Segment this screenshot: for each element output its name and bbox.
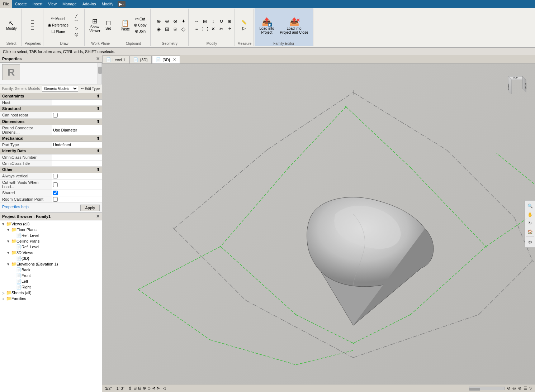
nav-zoom-btn[interactable]: 🔍	[526, 202, 534, 210]
measure-btn-2[interactable]: ▷	[239, 25, 250, 31]
model-btn[interactable]: ✏ Model	[46, 16, 70, 21]
prop-btn-2[interactable]: ☐	[27, 25, 38, 31]
status-icon-1[interactable]: 🖨	[128, 386, 132, 391]
round-connector-row: Round Connector Dimensi... Use Diameter	[0, 125, 102, 135]
left-panel: Properties ✕ R Family: Generic Models Ge	[0, 55, 102, 392]
scroll-bar[interactable]	[469, 387, 505, 390]
project-browser-close-btn[interactable]: ✕	[96, 214, 100, 219]
geo-btn-4[interactable]: ✦	[178, 18, 189, 25]
canvas-area[interactable]: ↗	[102, 64, 535, 384]
prop-btn-1[interactable]: ☐	[27, 19, 38, 25]
part-type-row: Part Type Undefined	[0, 142, 102, 148]
status-icon-6[interactable]: ⊲	[152, 386, 155, 391]
modify-btn[interactable]: ↖ Modify	[4, 18, 19, 32]
clipboard-group-label: Clipboard	[126, 42, 141, 46]
ribbon: ↖ Modify Select ☐ ☐ Properties ✏ Model	[0, 8, 535, 47]
tree-item[interactable]: ▼📁Elevations (Elevation 1)	[1, 261, 101, 267]
tree-item[interactable]: 📄Front	[1, 273, 101, 278]
menu-insert[interactable]: Insert	[30, 0, 46, 8]
shared-value[interactable]	[52, 190, 102, 196]
shared-checkbox[interactable]	[53, 191, 58, 195]
draw-btn-1[interactable]: ∕	[71, 13, 82, 19]
view-tab-2[interactable]: 📄{3D}✕	[152, 56, 180, 63]
tree-item[interactable]: ▼📁Views (all)	[1, 221, 101, 227]
tree-item[interactable]: 📄Right	[1, 284, 101, 290]
status-right-icon-2[interactable]: ◎	[512, 386, 516, 391]
tree-item[interactable]: 📄Left	[1, 278, 101, 284]
always-vertical-value[interactable]	[52, 173, 102, 179]
tab-close-btn[interactable]: ✕	[173, 57, 176, 62]
always-vertical-checkbox[interactable]	[53, 174, 58, 178]
menu-file[interactable]: File	[0, 0, 12, 8]
prop-scroll[interactable]	[98, 63, 102, 84]
status-right-icon-5[interactable]: ▽	[529, 386, 532, 391]
status-right-icon-3[interactable]: ⊕	[518, 386, 521, 391]
nav-orbit-btn[interactable]: ↻	[526, 219, 534, 227]
join-btn[interactable]: ⊕ Join	[132, 28, 148, 34]
host-value[interactable]	[52, 100, 102, 105]
viewcube[interactable]: TOP FRONT RIGHT	[503, 71, 530, 98]
status-right-icon-1[interactable]: ⊙	[507, 386, 510, 391]
family-dropdown[interactable]: Generic Models	[42, 86, 78, 92]
cut-with-voids-value[interactable]	[52, 180, 102, 190]
view-tab-0[interactable]: 📄Level 1	[102, 56, 129, 63]
load-into-project-btn[interactable]: 📤▶ Load into Project	[257, 15, 276, 36]
cut-btn[interactable]: ✂ Cut	[132, 16, 148, 22]
cut-with-voids-label: Cut with Voids When Load...	[0, 180, 52, 190]
tree-item[interactable]: ▼📁3D Views	[1, 250, 101, 255]
menu-create[interactable]: Create	[12, 0, 30, 8]
paste-btn[interactable]: 📋 Paste	[119, 18, 132, 32]
menu-addins[interactable]: Add-Ins	[80, 0, 99, 8]
nav-pan-btn[interactable]: ✋	[526, 211, 534, 219]
room-calc-point-checkbox[interactable]	[53, 197, 58, 202]
omniclass-title-value[interactable]	[52, 161, 102, 166]
can-host-rebar-value[interactable]	[52, 112, 102, 118]
status-icon-4[interactable]: ⊕	[143, 386, 146, 391]
draw-btn-4[interactable]: ◎	[71, 32, 82, 37]
reference-btn[interactable]: ◉ Reference	[46, 22, 70, 28]
measure-btn-1[interactable]: 📏	[239, 19, 250, 25]
tree-item[interactable]: ▷📁Sheets (all)	[1, 290, 101, 296]
mod-btn-5[interactable]: ⊕	[224, 18, 235, 25]
nav-settings-btn[interactable]: ⚙	[526, 238, 534, 246]
show-viewer-btn[interactable]: ⊞ Show Viewer	[87, 16, 102, 34]
set-btn[interactable]: ☐ Set	[103, 19, 114, 32]
cut-with-voids-checkbox[interactable]	[53, 182, 58, 187]
modify-group-label: Modify	[207, 42, 217, 46]
tree-item[interactable]: 📄{3D}	[1, 255, 101, 261]
nav-home-btn[interactable]: 🏠	[526, 228, 534, 236]
copy-btn[interactable]: ⊕ Copy	[132, 22, 148, 28]
room-calc-point-value[interactable]	[52, 196, 102, 202]
draw-btn-3[interactable]: ▷	[71, 25, 82, 31]
quick-access-toolbar[interactable]: ▶ ·	[118, 1, 126, 7]
load-into-project-close-btn[interactable]: 📤✕ Load into Project and Close	[278, 15, 311, 36]
draw-btn-2[interactable]: ⌒	[71, 19, 82, 25]
mechanical-section-header: Mechanical ⬆	[0, 135, 102, 142]
scroll-arrow[interactable]: ◁	[163, 386, 166, 391]
can-host-rebar-checkbox[interactable]	[53, 113, 58, 118]
tree-item[interactable]: ▷📁Families	[1, 296, 101, 301]
omniclass-number-value[interactable]	[52, 154, 102, 160]
plane-btn[interactable]: ☐ Plane	[46, 29, 70, 34]
menu-modify[interactable]: Modify	[99, 0, 116, 8]
dimensions-section-header: Dimensions ⬆	[0, 119, 102, 125]
properties-close-btn[interactable]: ✕	[96, 56, 100, 61]
tree-item[interactable]: 📄Ref. Level	[1, 244, 101, 250]
status-icon-7[interactable]: ⊳	[157, 386, 160, 391]
menu-manage[interactable]: Manage	[60, 0, 80, 8]
apply-button[interactable]: Apply	[80, 205, 100, 211]
menu-view[interactable]: View	[45, 0, 60, 8]
status-icon-3[interactable]: ⊟	[138, 386, 141, 391]
tree-item[interactable]: 📄Ref. Level	[1, 233, 101, 238]
tree-item[interactable]: ▼📁Floor Plans	[1, 227, 101, 233]
view-tab-1[interactable]: 📄{3D}	[129, 56, 151, 63]
geo-btn-8[interactable]: ◇	[178, 25, 189, 33]
tree-item[interactable]: ▼📁Ceiling Plans	[1, 238, 101, 244]
mod-btn-10[interactable]: ⌖	[224, 25, 235, 32]
status-icon-5[interactable]: ⊙	[147, 386, 151, 391]
tree-item[interactable]: 📄Back	[1, 267, 101, 273]
properties-help-link[interactable]: Properties help	[2, 205, 29, 211]
status-icon-2[interactable]: ⊞	[133, 386, 137, 391]
status-right-icon-4[interactable]: ☰	[524, 386, 527, 391]
edit-type-btn[interactable]: ✏ Edit Type	[81, 87, 100, 91]
